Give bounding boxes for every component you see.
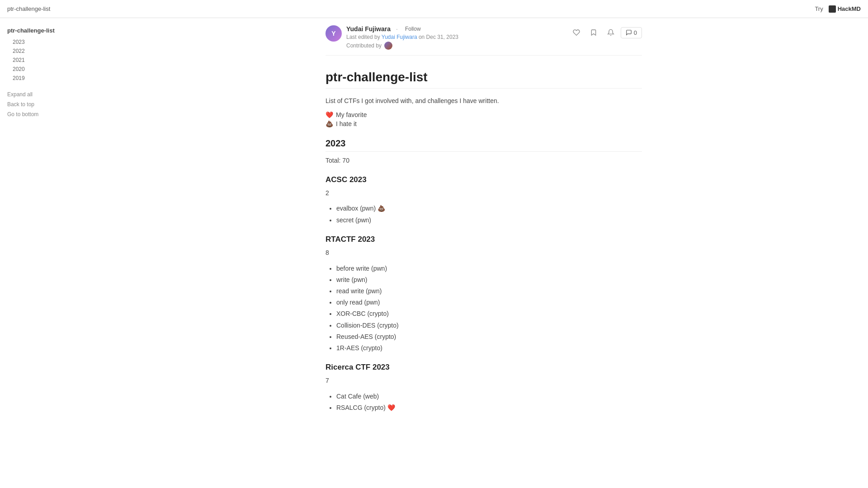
sidebar-title: ptr-challenge-list xyxy=(7,27,92,34)
sidebar: ptr-challenge-list 2023 2022 2021 2020 2… xyxy=(0,18,99,488)
layout: ptr-challenge-list 2023 2022 2021 2020 2… xyxy=(0,18,868,488)
favorite-emoji: ❤️ xyxy=(326,111,333,118)
total-2023: Total: 70 xyxy=(326,155,642,166)
topbar-right: Try HackMD xyxy=(815,5,861,13)
bookmark-button[interactable] xyxy=(586,25,601,40)
topbar: ptr-challenge-list Try HackMD xyxy=(0,0,868,18)
contributor-avatar xyxy=(384,42,392,50)
topbar-title: ptr-challenge-list xyxy=(7,5,50,12)
hate-emoji: 💩 xyxy=(326,120,333,127)
acsc-count: 2 xyxy=(326,188,642,199)
list-item: Cat Cafe (web) xyxy=(336,391,642,402)
author-name-row: Yudai Fujiwara · Follow xyxy=(346,25,458,33)
list-item: Collision-DES (crypto) xyxy=(336,320,642,331)
rtactf-challenges: before write (pwn) write (pwn) read writ… xyxy=(336,263,642,354)
main-content: Y Yudai Fujiwara · Follow Last edited by… xyxy=(99,18,868,488)
list-item: secret (pwn) xyxy=(336,215,642,226)
list-item: read write (pwn) xyxy=(336,286,642,297)
sidebar-item-2021[interactable]: 2021 xyxy=(7,56,92,65)
author-link[interactable]: Yudai Fujiwara xyxy=(382,34,417,40)
ricerca-challenges: Cat Cafe (web) RSALCG (crypto) ❤️ xyxy=(336,391,642,413)
hackmd-link[interactable]: HackMD xyxy=(829,5,861,13)
list-item: evalbox (pwn) 💩 xyxy=(336,203,642,214)
author-meta: Last edited by Yudai Fujiwara on Dec 31,… xyxy=(346,34,458,40)
sidebar-item-2023[interactable]: 2023 xyxy=(7,38,92,47)
notification-button[interactable] xyxy=(604,25,618,40)
rtactf-count: 8 xyxy=(326,248,642,258)
list-item: XOR-CBC (crypto) xyxy=(336,308,642,319)
sidebar-toc: ptr-challenge-list 2023 2022 2021 2020 2… xyxy=(7,27,92,83)
subsection-rtactf-2023: RTACTF 2023 xyxy=(326,235,642,244)
list-item: before write (pwn) xyxy=(336,263,642,274)
sidebar-item-2020[interactable]: 2020 xyxy=(7,65,92,74)
acsc-challenges: evalbox (pwn) 💩 secret (pwn) xyxy=(336,203,642,225)
sidebar-actions: Expand all Back to top Go to bottom xyxy=(7,90,92,119)
expand-all-link[interactable]: Expand all xyxy=(7,90,92,99)
follow-button[interactable]: Follow xyxy=(403,25,423,33)
document-content: ptr-challenge-list List of CTFs I got in… xyxy=(326,59,642,444)
avatar: Y xyxy=(326,25,342,42)
author-left: Y Yudai Fujiwara · Follow Last edited by… xyxy=(326,25,458,50)
list-item: only read (pwn) xyxy=(336,297,642,308)
list-item: write (pwn) xyxy=(336,274,642,286)
back-to-top-link[interactable]: Back to top xyxy=(7,100,92,109)
comment-button[interactable]: 0 xyxy=(621,27,642,38)
action-icons: 0 xyxy=(569,25,642,40)
comment-count: 0 xyxy=(634,29,637,36)
list-item: Reused-AES (crypto) xyxy=(336,331,642,343)
try-link[interactable]: Try xyxy=(815,5,823,12)
page-title: ptr-challenge-list xyxy=(326,70,642,89)
legend-favorite: ❤️ My favorite xyxy=(326,111,642,118)
author-bar: Y Yudai Fujiwara · Follow Last edited by… xyxy=(326,18,642,56)
go-to-bottom-link[interactable]: Go to bottom xyxy=(7,110,92,119)
ricerca-count: 7 xyxy=(326,375,642,386)
legend-hate: 💩 I hate it xyxy=(326,120,642,127)
section-2023: 2023 xyxy=(326,138,642,152)
hackmd-icon xyxy=(829,5,836,13)
author-name[interactable]: Yudai Fujiwara xyxy=(346,25,391,33)
list-item: RSALCG (crypto) ❤️ xyxy=(336,402,642,413)
like-button[interactable] xyxy=(569,25,584,40)
author-info: Yudai Fujiwara · Follow Last edited by Y… xyxy=(346,25,458,50)
intro-text: List of CTFs I got involved with, and ch… xyxy=(326,96,642,107)
subsection-ricerca-2023: Ricerca CTF 2023 xyxy=(326,363,642,372)
list-item: 1R-AES (crypto) xyxy=(336,343,642,354)
sidebar-item-2022[interactable]: 2022 xyxy=(7,47,92,56)
subsection-acsc-2023: ACSC 2023 xyxy=(326,175,642,184)
sidebar-item-2019[interactable]: 2019 xyxy=(7,74,92,83)
separator: · xyxy=(396,25,398,33)
contributed-row: Contributed by xyxy=(346,42,458,50)
